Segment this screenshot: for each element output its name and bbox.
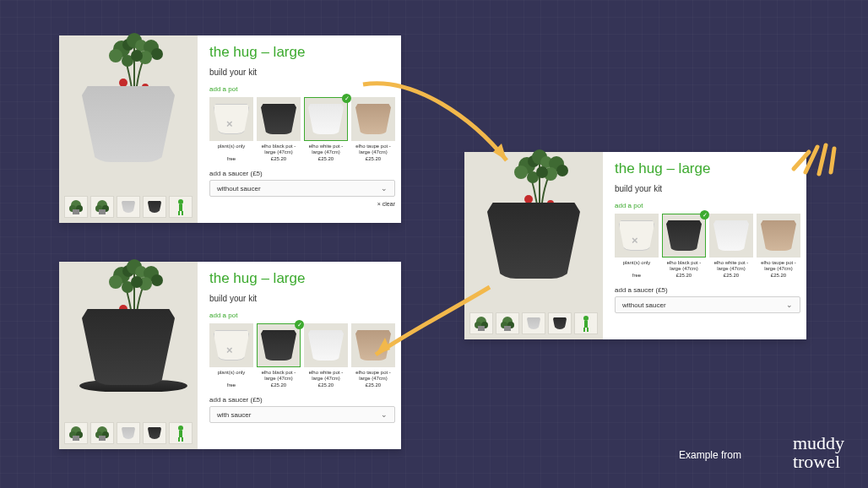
thumbnail[interactable] xyxy=(548,312,572,334)
saucer-select[interactable]: without saucer ⌄ xyxy=(209,180,395,197)
pot-option-black[interactable]: elho black pot - large (47cm) £25.20 xyxy=(257,97,301,161)
pot-option-black[interactable]: ✓ elho black pot - large (47cm) £25.20 xyxy=(257,323,301,388)
product-card: the hug – large build your kit add a pot… xyxy=(59,35,401,223)
pot-option-white[interactable]: ✓ elho white pot - large (47cm) £25.20 xyxy=(304,97,348,161)
check-icon: ✓ xyxy=(342,94,351,103)
thumbnail[interactable] xyxy=(64,196,88,218)
product-title: the hug – large xyxy=(209,270,395,287)
pot-option-white[interactable]: elho white pot - large (47cm) £25.20 xyxy=(304,323,348,388)
saucer-label: add a saucer (£5) xyxy=(209,396,395,404)
thumbnail[interactable] xyxy=(496,312,519,334)
pot-options: × plant(s) only free elho black pot - la… xyxy=(209,97,395,161)
product-config: the hug – large build your kit add a pot… xyxy=(198,35,407,223)
thumbnail[interactable] xyxy=(169,196,193,218)
chevron-down-icon: ⌄ xyxy=(381,184,388,192)
saucer-select[interactable]: with saucer ⌄ xyxy=(209,406,395,423)
product-gallery xyxy=(59,35,198,223)
subtitle: build your kit xyxy=(209,294,395,303)
thumbnail[interactable] xyxy=(64,422,88,444)
product-card: the hug – large build your kit add a pot… xyxy=(59,262,401,449)
brand-logo: muddy trowel xyxy=(793,434,844,471)
check-icon: ✓ xyxy=(295,320,304,329)
thumbnail[interactable] xyxy=(117,422,140,444)
add-pot-label: add a pot xyxy=(615,202,800,209)
thumbnail[interactable] xyxy=(469,312,493,334)
thumbnail[interactable] xyxy=(522,312,545,334)
thumbnail[interactable] xyxy=(574,312,598,334)
thumbnail[interactable] xyxy=(143,196,166,218)
pot-option-taupe[interactable]: elho taupe pot - large (47cm) £25.20 xyxy=(757,214,800,278)
pot-option-plants-only[interactable]: × plant(s) only free xyxy=(209,97,253,161)
chevron-down-icon: ⌄ xyxy=(786,301,793,309)
add-pot-label: add a pot xyxy=(209,312,395,319)
clear-button[interactable]: × clear xyxy=(209,201,395,207)
pot-options: × plant(s) only free ✓ elho black pot - … xyxy=(209,323,395,388)
saucer-label: add a saucer (£5) xyxy=(615,286,800,294)
pot-option-white[interactable]: elho white pot - large (47cm) £25.20 xyxy=(709,214,753,278)
saucer-select[interactable]: without saucer ⌄ xyxy=(615,296,800,313)
hero-image[interactable] xyxy=(469,157,598,284)
thumbnail[interactable] xyxy=(90,196,114,218)
gallery-thumbnails xyxy=(64,196,193,218)
pot-option-taupe[interactable]: elho taupe pot - large (47cm) £25.20 xyxy=(351,323,395,388)
product-card: the hug – large build your kit add a pot… xyxy=(464,152,806,339)
pot-option-taupe[interactable]: elho taupe pot - large (47cm) £25.20 xyxy=(351,97,395,161)
product-gallery xyxy=(464,152,603,339)
subtitle: build your kit xyxy=(615,184,800,193)
pot-option-plants-only[interactable]: × plant(s) only free xyxy=(615,214,659,278)
chevron-down-icon: ⌄ xyxy=(381,410,388,419)
saucer-label: add a saucer (£5) xyxy=(209,170,395,177)
add-pot-label: add a pot xyxy=(209,85,395,93)
hero-image[interactable] xyxy=(64,41,193,167)
thumbnail[interactable] xyxy=(117,196,140,218)
pot-options: × plant(s) only free ✓ elho black pot - … xyxy=(615,214,800,278)
check-icon: ✓ xyxy=(700,210,709,220)
thumbnail[interactable] xyxy=(90,422,114,444)
thumbnail[interactable] xyxy=(169,422,193,444)
gallery-thumbnails xyxy=(469,312,598,334)
pot-option-plants-only[interactable]: × plant(s) only free xyxy=(209,323,253,388)
hero-image[interactable] xyxy=(64,267,193,393)
pot-option-black[interactable]: ✓ elho black pot - large (47cm) £25.20 xyxy=(662,214,706,278)
thumbnail[interactable] xyxy=(143,422,166,444)
subtitle: build your kit xyxy=(209,68,395,77)
product-gallery xyxy=(59,262,198,449)
product-config: the hug – large build your kit add a pot… xyxy=(198,262,407,449)
product-config: the hug – large build your kit add a pot… xyxy=(603,152,812,339)
example-from-label: Example from xyxy=(679,449,741,461)
product-title: the hug – large xyxy=(209,44,395,61)
gallery-thumbnails xyxy=(64,422,193,444)
product-title: the hug – large xyxy=(615,160,800,177)
